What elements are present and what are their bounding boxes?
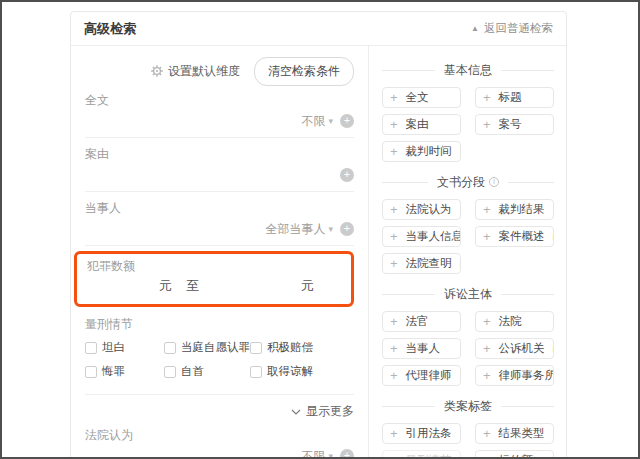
add-dimension-button[interactable]: +案由 [382,114,461,135]
divider-line [508,182,554,183]
plus-icon: + [483,369,491,382]
dimension-section-title: 基本信息 [444,62,492,79]
checkbox-icon[interactable] [85,366,97,378]
sentencing-options: 坦白当庭自愿认罪积极赔偿悔罪自首取得谅解 [85,340,354,379]
divider-line [382,182,428,183]
sentencing-checkbox-option[interactable]: 悔罪 [85,364,164,379]
dimension-section-header: 基本信息 [382,62,554,78]
field-sentencing: 量刑情节 坦白当庭自愿认罪积极赔偿悔罪自首取得谅解 [85,311,354,395]
checkbox-icon[interactable] [85,342,97,354]
party-scope-dropdown[interactable]: 全部当事人 ▾ [265,221,333,238]
add-condition-icon[interactable]: + [340,222,354,236]
set-default-label: 设置默认维度 [168,63,240,80]
add-dimension-button[interactable]: +标的额 [475,450,554,459]
dimension-label: 结果类型 [499,426,545,441]
divider-line [382,406,435,407]
checkbox-label: 自首 [181,364,204,379]
info-icon: i [489,177,499,187]
dimension-panel: 基本信息+全文+标题+案由+案号+裁判时间文书分段i+法院认为+裁判结果+当事人… [369,46,566,459]
add-dimension-button: +量刑情节NEW [382,450,461,459]
crime-amount-max-input[interactable] [209,279,301,294]
dimension-label: 法院查明 [406,256,452,271]
plus-icon: + [483,427,491,440]
sentencing-checkbox-option[interactable]: 积极赔偿 [250,340,354,355]
caret-down-icon: ▾ [328,451,333,459]
caret-down-icon: ▾ [328,224,333,234]
unit-label: 元 [159,277,172,295]
add-dimension-button[interactable]: +标题 [475,87,554,108]
show-more-button[interactable]: 显示更多 [85,395,354,424]
sentencing-checkbox-option[interactable]: 取得谅解 [250,364,354,379]
add-dimension-button[interactable]: +裁判时间 [382,141,461,162]
divider-line [501,70,554,71]
triangle-up-icon: ▲ [471,24,479,33]
field-party: 当事人 全部当事人 ▾ + [85,192,354,246]
add-dimension-button[interactable]: +结果类型iNEW [475,423,554,444]
new-badge: NEW [460,259,461,269]
add-dimension-button[interactable]: +案件概述NEW [475,226,554,247]
add-dimension-button[interactable]: +代理律师 [382,365,461,386]
screenshot-root: { "panel": { "title": "高级检索", "back_link… [0,0,640,459]
add-dimension-button[interactable]: +裁判结果 [475,199,554,220]
dimension-label: 当事人 [406,341,441,356]
plus-icon: + [390,230,398,243]
fulltext-input[interactable] [85,114,294,128]
sentencing-checkbox-option[interactable]: 当庭自愿认罪 [164,340,250,355]
add-dimension-button[interactable]: +律师事务所 [475,365,554,386]
add-condition-icon[interactable]: + [340,168,354,182]
search-form: 设置默认维度 清空检索条件 全文 不限 ▾ + 案由 [71,46,369,459]
field-cause: 案由 + [85,138,354,192]
plus-icon: + [483,342,491,355]
set-default-dimensions-button[interactable]: 设置默认维度 [151,63,240,80]
checkbox-icon[interactable] [164,366,176,378]
scope-value: 全部当事人 [265,221,325,238]
panel-header: 高级检索 ▲ 返回普通检索 [71,12,566,46]
add-dimension-button[interactable]: +全文 [382,87,461,108]
checkbox-icon[interactable] [250,342,262,354]
dimension-button-grid: +引用法条+结果类型iNEW+量刑情节NEW+标的额+罚金数额+犯罪数额+标签+… [382,423,554,459]
add-dimension-button[interactable]: +当事人 [382,338,461,359]
add-dimension-button[interactable]: +法院查明NEW [382,253,461,274]
checkbox-label: 取得谅解 [267,364,313,379]
clear-conditions-button[interactable]: 清空检索条件 [254,57,354,86]
page-title: 高级检索 [84,20,136,38]
checkbox-icon[interactable] [250,366,262,378]
checkbox-label: 悔罪 [102,364,125,379]
back-link-label: 返回普通检索 [484,21,553,36]
divider-line [501,406,554,407]
back-to-simple-search-link[interactable]: ▲ 返回普通检索 [471,21,553,36]
sentencing-checkbox-option[interactable]: 自首 [164,364,250,379]
add-dimension-button[interactable]: +法院认为 [382,199,461,220]
dimension-label: 法院认为 [406,202,452,217]
cause-input[interactable] [85,168,333,182]
add-condition-icon[interactable]: + [340,114,354,128]
dimension-label: 律师事务所 [499,368,554,383]
add-dimension-button[interactable]: +引用法条 [382,423,461,444]
dimension-label: 标的额 [499,453,534,459]
fulltext-scope-dropdown[interactable]: 不限 ▾ [301,113,333,130]
checkbox-icon[interactable] [164,342,176,354]
add-dimension-button[interactable]: +法院 [475,311,554,332]
dimension-section-header: 类案标签 [382,398,554,414]
add-dimension-button[interactable]: +当事人信息NEW [382,226,461,247]
dimension-label: 公诉机关 [499,341,545,356]
dimension-section-header: 文书分段i [382,174,554,190]
crime-amount-highlight: 犯罪数额 元 至 元 [74,251,354,307]
crime-amount-range: 元 至 元 [87,277,341,295]
court-opinion-input[interactable] [85,449,294,459]
party-input[interactable] [85,222,258,236]
crime-amount-min-input[interactable] [87,279,159,294]
add-dimension-button[interactable]: +公诉机关NEW [475,338,554,359]
plus-icon: + [483,230,491,243]
add-condition-icon[interactable]: + [340,449,354,459]
dimension-section-header: 诉讼主体 [382,286,554,302]
sentencing-checkbox-option[interactable]: 坦白 [85,340,164,355]
dimension-section-title: 诉讼主体 [444,286,492,303]
add-dimension-button[interactable]: +案号 [475,114,554,135]
dimension-section-title: 文书分段i [437,174,499,191]
court-opinion-scope-dropdown[interactable]: 不限 ▾ [301,448,333,459]
checkbox-label: 当庭自愿认罪 [181,340,250,355]
add-dimension-button[interactable]: +法官 [382,311,461,332]
new-badge: NEW [553,232,554,242]
checkbox-label: 积极赔偿 [267,340,313,355]
